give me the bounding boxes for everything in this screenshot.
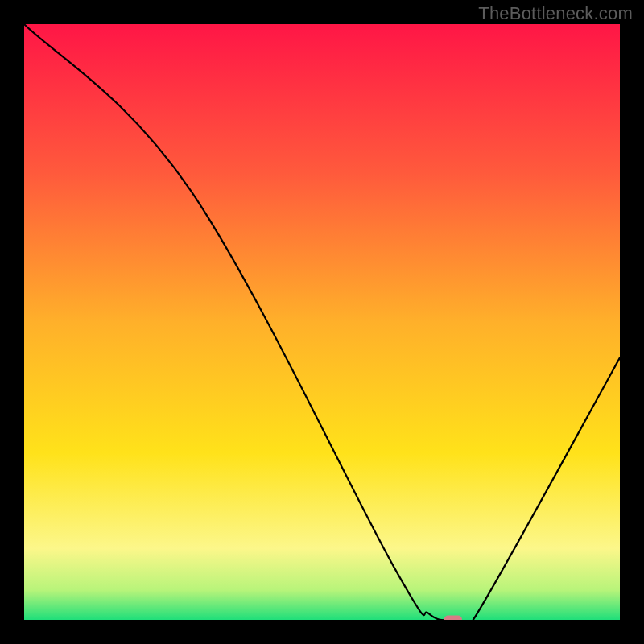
chart-frame: TheBottleneck.com — [0, 0, 644, 644]
watermark-text: TheBottleneck.com — [478, 3, 633, 24]
optimum-marker — [444, 616, 462, 621]
plot-area — [24, 24, 620, 620]
gradient-background — [24, 24, 620, 620]
chart-svg — [24, 24, 620, 620]
